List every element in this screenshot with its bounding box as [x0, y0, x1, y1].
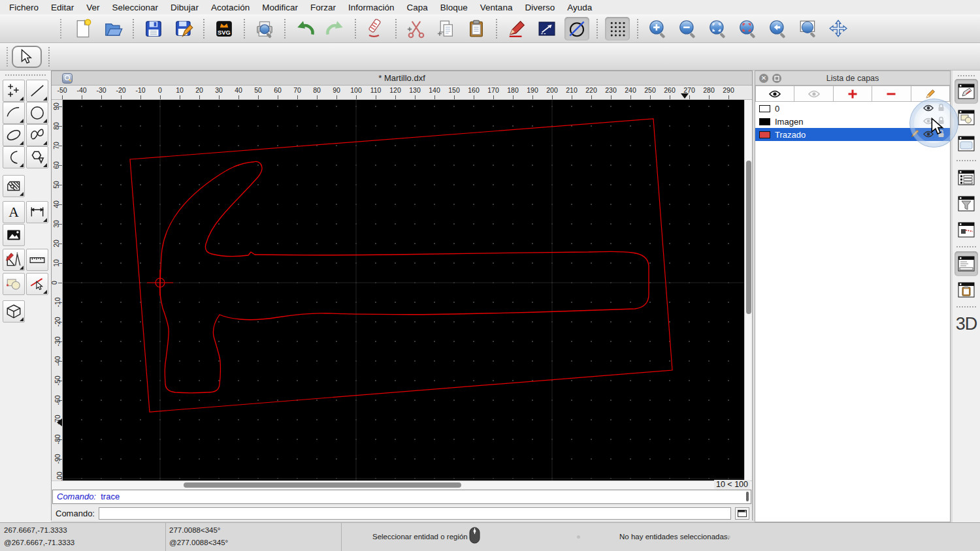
save-as-button[interactable] — [171, 17, 196, 40]
hatch-tool-button[interactable] — [3, 175, 25, 197]
spline-tool-button[interactable] — [26, 124, 48, 146]
zoom-pan-button[interactable] — [826, 17, 851, 40]
v-ruler-tick — [58, 381, 62, 381]
palette-drag-handle[interactable] — [5, 74, 46, 78]
clipboard-dock-button[interactable] — [955, 277, 978, 302]
menu-item-editar[interactable]: Editar — [51, 3, 74, 12]
polyline-tool-button[interactable] — [3, 146, 25, 168]
toolbar-drag-handle[interactable] — [7, 47, 8, 67]
circle-tool-button[interactable] — [26, 102, 48, 124]
library-dock-button[interactable] — [955, 131, 978, 156]
save-button[interactable] — [141, 17, 166, 40]
circle-attributes-button[interactable] — [564, 17, 589, 40]
select-entity-button[interactable] — [26, 273, 48, 295]
draw-pencil-button[interactable] — [504, 17, 529, 40]
select-tool-button[interactable] — [12, 46, 42, 68]
horizontal-scroll-thumb[interactable] — [184, 482, 461, 488]
toolbar-separator — [133, 19, 134, 39]
menu-item-acotación[interactable]: Acotación — [211, 3, 250, 12]
layer-panel-titlebar[interactable]: ✕ Lista de capas — [755, 71, 950, 86]
grid-toggle-button[interactable] — [605, 17, 630, 40]
menu-item-modificar[interactable]: Modificar — [262, 3, 298, 12]
entity-list-dock-button[interactable] — [955, 165, 978, 190]
vertical-scroll-thumb[interactable] — [746, 161, 751, 314]
redo-button[interactable] — [323, 17, 348, 40]
open-file-button[interactable] — [101, 17, 125, 40]
librecad-window: FicheroEditarVerSeleccionarDibujarAcotac… — [0, 0, 980, 551]
menu-item-fichero[interactable]: Fichero — [9, 3, 39, 12]
command-input[interactable] — [99, 507, 731, 520]
toolbar-drag-handle[interactable] — [60, 19, 61, 39]
menu-item-ayuda[interactable]: Ayuda — [567, 3, 592, 12]
command-history-label: Comando: — [57, 492, 96, 501]
threed-dock-label[interactable]: 3D — [953, 314, 980, 334]
zoom-out-button[interactable] — [676, 17, 700, 40]
remove-layer-button[interactable] — [872, 86, 911, 102]
undo-button[interactable] — [293, 17, 318, 40]
command-history-scrollbar[interactable] — [746, 492, 749, 501]
h-ruler-label: 260 — [664, 86, 676, 94]
horizontal-scrollbar[interactable]: 10 < 100 — [52, 480, 752, 489]
toolbar-separator — [355, 19, 356, 39]
zoom-window-button[interactable] — [796, 17, 821, 40]
export-svg-button[interactable]: SVG — [212, 17, 237, 40]
block-list-dock-icon — [957, 109, 975, 126]
vertical-ruler: 9080706050403020100-10-20-30-40-50-60-70… — [52, 100, 63, 480]
delete-button[interactable] — [363, 17, 388, 40]
copy-button[interactable] — [434, 17, 459, 40]
menu-item-información[interactable]: Información — [348, 3, 395, 12]
image-tool-button[interactable] — [3, 224, 25, 246]
new-file-button[interactable] — [71, 17, 95, 40]
mouse-cursor — [931, 118, 944, 138]
toolbar-separator — [48, 47, 50, 67]
paste-button[interactable] — [464, 17, 489, 40]
menu-item-ventana[interactable]: Ventana — [480, 3, 513, 12]
pen-palette-dock-button[interactable] — [955, 217, 978, 242]
menu-item-forzar[interactable]: Forzar — [310, 3, 336, 12]
filter-dock-button[interactable] — [955, 191, 978, 216]
measure-tool-button[interactable] — [26, 249, 48, 271]
block-tool-button[interactable] — [3, 273, 25, 295]
menu-item-ver[interactable]: Ver — [86, 3, 99, 12]
solid-3d-button[interactable] — [3, 300, 25, 323]
arc-tool-button[interactable] — [3, 102, 25, 124]
menu-item-bloque[interactable]: Bloque — [440, 3, 468, 12]
zoom-in-button[interactable] — [645, 17, 670, 40]
command-line-dock-button[interactable] — [955, 251, 978, 276]
h-ruler-label: -30 — [96, 86, 106, 94]
polygon-tool-button[interactable] — [26, 146, 48, 168]
text-tool-button[interactable]: A — [3, 201, 25, 223]
line-tool-button[interactable] — [26, 80, 48, 102]
show-all-layers-button[interactable] — [755, 86, 794, 102]
h-ruler-tick — [336, 95, 337, 99]
ellipse-tool-button[interactable] — [3, 124, 25, 146]
vertical-scrollbar[interactable] — [744, 100, 752, 480]
add-layer-button[interactable] — [834, 86, 872, 102]
zoom-previous-button[interactable] — [766, 17, 791, 40]
h-ruler-tick — [376, 95, 376, 99]
print-preview-button[interactable] — [252, 17, 277, 40]
command-history: Comando: trace — [52, 490, 751, 504]
document-titlebar[interactable]: * Martillo.dxf — [52, 71, 752, 86]
cut-button[interactable] — [404, 17, 429, 40]
layer-list-dock-button[interactable] — [955, 79, 978, 104]
document-title: * Martillo.dxf — [52, 73, 752, 83]
zoom-auto-button[interactable] — [706, 17, 730, 40]
point-tool-button[interactable] — [3, 80, 25, 102]
menu-item-capa[interactable]: Capa — [407, 3, 428, 12]
block-tool-icon — [5, 276, 22, 292]
v-ruler-tick — [58, 459, 62, 460]
command-detach-button[interactable] — [735, 507, 749, 520]
drawing-canvas[interactable] — [63, 100, 745, 480]
line-attributes-button[interactable] — [534, 17, 559, 40]
menu-item-diverso[interactable]: Diverso — [525, 3, 555, 12]
dimension-tool-button[interactable] — [26, 201, 48, 223]
hide-all-layers-button[interactable] — [794, 86, 833, 102]
zoom-selected-button[interactable] — [736, 17, 760, 40]
dock-drag-handle[interactable] — [958, 75, 975, 76]
h-ruler-tick — [591, 95, 592, 99]
modify-tool-button[interactable] — [3, 249, 25, 271]
menu-item-seleccionar[interactable]: Seleccionar — [112, 3, 159, 12]
menu-item-dibujar[interactable]: Dibujar — [171, 3, 199, 12]
h-ruler-label: 250 — [644, 86, 656, 94]
